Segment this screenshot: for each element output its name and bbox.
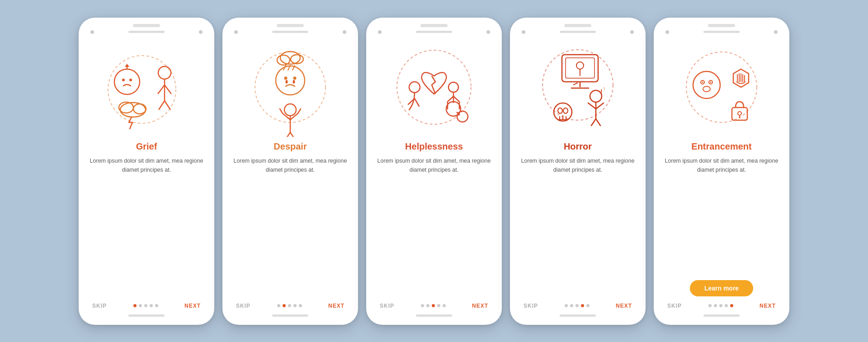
- helplessness-bottom-nav: SKIP NEXT: [375, 303, 493, 309]
- top-dot: [522, 30, 525, 34]
- horror-bottom-line: [560, 314, 596, 317]
- learn-more-button[interactable]: Learn more: [690, 280, 753, 296]
- svg-point-34: [448, 82, 458, 92]
- phone-top-bar-horror: [519, 30, 637, 34]
- svg-line-10: [165, 101, 170, 110]
- dot-3: [288, 304, 291, 307]
- svg-point-1: [114, 69, 140, 94]
- svg-point-59: [710, 81, 712, 83]
- horror-next[interactable]: NEXT: [616, 303, 632, 309]
- svg-point-20: [280, 52, 300, 64]
- svg-line-8: [165, 85, 171, 94]
- dot-2: [714, 304, 717, 307]
- dot-4: [725, 304, 728, 307]
- horror-body: Lorem ipsum dolor sit dim amet, mea regi…: [519, 156, 637, 295]
- entrancement-title: Entrancement: [691, 141, 751, 152]
- dot-5: [586, 304, 590, 307]
- helplessness-next[interactable]: NEXT: [472, 303, 488, 309]
- dot-3: [144, 304, 147, 307]
- svg-point-31: [409, 82, 420, 93]
- svg-point-13: [133, 104, 146, 114]
- helplessness-skip[interactable]: SKIP: [380, 303, 394, 309]
- entrancement-dots: [708, 304, 733, 307]
- svg-line-51: [596, 119, 600, 126]
- dot-5: [730, 304, 733, 307]
- top-bar-line: [416, 31, 452, 33]
- svg-point-15: [276, 66, 305, 95]
- svg-point-55: [693, 71, 720, 98]
- top-dot: [630, 30, 634, 34]
- dot-2: [139, 304, 142, 307]
- grief-title: Grief: [136, 141, 157, 152]
- dot-2: [570, 304, 573, 307]
- phone-horror: ! ! Horror Lorem ipsum dolor sit dim ame…: [510, 18, 646, 325]
- entrancement-skip[interactable]: SKIP: [667, 303, 682, 309]
- top-dot: [234, 30, 238, 34]
- phone-top-bar-despair: [231, 30, 349, 34]
- dot-2: [426, 304, 429, 307]
- dot-4: [437, 304, 440, 307]
- top-dot: [199, 30, 203, 34]
- dot-5: [155, 304, 158, 307]
- svg-line-29: [290, 132, 295, 137]
- dot-1: [133, 304, 137, 307]
- top-dot: [343, 30, 346, 34]
- svg-point-54: [686, 52, 757, 122]
- svg-line-7: [158, 85, 165, 94]
- despair-dots: [277, 304, 302, 307]
- dot-5: [299, 304, 302, 307]
- dot-4: [581, 304, 584, 307]
- phone-grief: Grief Lorem ipsum dolor sit dim amet, me…: [79, 18, 214, 325]
- grief-body: Lorem ipsum dolor sit dim amet, mea regi…: [88, 156, 205, 295]
- top-dot: [665, 30, 669, 34]
- svg-point-18: [286, 80, 288, 84]
- horror-skip[interactable]: SKIP: [524, 303, 538, 309]
- phone-top-bar-grief: [88, 30, 205, 34]
- top-bar-line: [272, 31, 308, 33]
- top-dot: [378, 30, 382, 34]
- phone-top-bar-helplessness: [375, 30, 493, 34]
- svg-line-50: [591, 119, 596, 126]
- grief-illustration: [99, 42, 194, 137]
- grief-dots: [133, 304, 158, 307]
- svg-point-36: [542, 50, 613, 120]
- dot-4: [293, 304, 297, 307]
- dot-4: [150, 304, 153, 307]
- top-bar-line: [560, 31, 596, 33]
- dot-3: [432, 304, 435, 307]
- grief-bottom-line: [128, 314, 165, 317]
- horror-bottom-nav: SKIP NEXT: [519, 303, 637, 309]
- entrancement-next[interactable]: NEXT: [760, 303, 776, 309]
- svg-rect-37: [562, 55, 598, 82]
- phone-helplessness: Helplessness Lorem ipsum dolor sit dim a…: [366, 18, 502, 325]
- dot-3: [719, 304, 722, 307]
- despair-body: Lorem ipsum dolor sit dim amet, mea regi…: [231, 156, 349, 295]
- despair-bottom-line: [272, 314, 308, 317]
- grief-skip[interactable]: SKIP: [92, 303, 107, 309]
- phones-container: Grief Lorem ipsum dolor sit dim amet, me…: [79, 18, 789, 325]
- top-dot: [90, 30, 94, 34]
- svg-line-9: [159, 101, 165, 110]
- top-bar-line: [128, 31, 165, 33]
- dot-1: [565, 304, 568, 307]
- svg-point-58: [702, 81, 703, 83]
- helplessness-bottom-line: [416, 314, 452, 317]
- phone-entrancement: Entrancement Lorem ipsum dolor sit dim a…: [654, 18, 789, 325]
- phone-top-bar-entrancement: [663, 30, 780, 34]
- dot-1: [708, 304, 712, 307]
- horror-title: Horror: [564, 141, 592, 152]
- phone-despair: Despair Lorem ipsum dolor sit dim amet, …: [222, 18, 358, 325]
- despair-next[interactable]: NEXT: [328, 303, 344, 309]
- dot-1: [421, 304, 424, 307]
- grief-next[interactable]: NEXT: [184, 303, 201, 309]
- helplessness-illustration: [387, 42, 481, 137]
- entrancement-bottom-nav: SKIP NEXT: [663, 303, 780, 309]
- despair-skip[interactable]: SKIP: [236, 303, 250, 309]
- horror-dots: [565, 304, 590, 307]
- svg-line-28: [286, 132, 290, 137]
- svg-point-63: [738, 112, 741, 115]
- horror-illustration: ! !: [530, 42, 625, 137]
- helplessness-title: Helplessness: [405, 141, 463, 152]
- top-bar-line: [703, 31, 740, 33]
- despair-illustration: [243, 42, 338, 137]
